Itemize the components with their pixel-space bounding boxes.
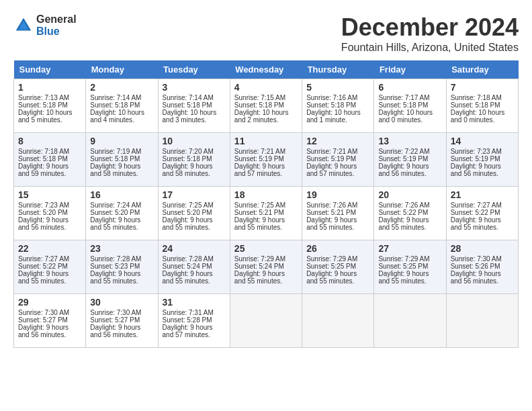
sunset-text: Sunset: 5:18 PM xyxy=(163,155,226,163)
day-number: 25 xyxy=(234,243,298,254)
sunset-text: Sunset: 5:18 PM xyxy=(234,101,298,109)
sunrise-text: Sunrise: 7:18 AM xyxy=(18,148,81,155)
sunset-text: Sunset: 5:28 PM xyxy=(163,316,226,324)
daylight-text: Daylight: 10 hours and 4 minutes. xyxy=(90,109,153,124)
calendar-cell: 30Sunrise: 7:30 AMSunset: 5:27 PMDayligh… xyxy=(86,294,158,348)
day-number: 2 xyxy=(90,82,153,93)
calendar-cell: 2Sunrise: 7:14 AMSunset: 5:18 PMDaylight… xyxy=(86,79,158,133)
sunset-text: Sunset: 5:21 PM xyxy=(234,209,298,216)
daylight-text: Daylight: 10 hours and 3 minutes. xyxy=(163,109,226,124)
calendar-cell xyxy=(374,294,446,348)
calendar-cell: 25Sunrise: 7:29 AMSunset: 5:24 PMDayligh… xyxy=(230,240,302,294)
calendar-cell: 20Sunrise: 7:26 AMSunset: 5:22 PMDayligh… xyxy=(374,187,446,240)
day-number: 27 xyxy=(378,243,441,254)
week-row-3: 15Sunrise: 7:23 AMSunset: 5:20 PMDayligh… xyxy=(14,187,519,240)
sunrise-text: Sunrise: 7:20 AM xyxy=(163,148,226,155)
calendar-cell: 27Sunrise: 7:29 AMSunset: 5:25 PMDayligh… xyxy=(374,240,446,294)
sunset-text: Sunset: 5:18 PM xyxy=(90,155,153,163)
day-number: 6 xyxy=(378,82,441,93)
calendar-body: 1Sunrise: 7:13 AMSunset: 5:18 PMDaylight… xyxy=(14,79,519,348)
sunset-text: Sunset: 5:18 PM xyxy=(18,101,81,109)
day-number: 16 xyxy=(90,189,153,200)
day-number: 23 xyxy=(90,243,153,254)
sunset-text: Sunset: 5:19 PM xyxy=(234,155,298,163)
sunrise-text: Sunrise: 7:17 AM xyxy=(378,94,441,101)
sunrise-text: Sunrise: 7:28 AM xyxy=(90,255,153,263)
daylight-text: Daylight: 9 hours and 57 minutes. xyxy=(306,163,369,177)
title-area: December 2024 Fountain Hills, Arizona, U… xyxy=(341,13,519,54)
day-number: 5 xyxy=(306,82,369,93)
calendar-cell: 22Sunrise: 7:27 AMSunset: 5:22 PMDayligh… xyxy=(14,240,86,294)
daylight-text: Daylight: 10 hours and 1 minute. xyxy=(306,109,369,124)
sunset-text: Sunset: 5:27 PM xyxy=(18,316,81,324)
calendar-cell: 12Sunrise: 7:21 AMSunset: 5:19 PMDayligh… xyxy=(302,133,374,187)
day-number: 20 xyxy=(378,189,441,200)
daylight-text: Daylight: 9 hours and 58 minutes. xyxy=(163,163,226,177)
sunset-text: Sunset: 5:18 PM xyxy=(451,101,514,109)
daylight-text: Daylight: 9 hours and 55 minutes. xyxy=(163,216,226,231)
sunset-text: Sunset: 5:22 PM xyxy=(378,209,441,216)
calendar-cell xyxy=(446,294,518,348)
daylight-text: Daylight: 9 hours and 57 minutes. xyxy=(234,163,298,177)
daylight-text: Daylight: 9 hours and 58 minutes. xyxy=(90,163,153,177)
daylight-text: Daylight: 9 hours and 56 minutes. xyxy=(18,324,81,338)
calendar-table: SundayMondayTuesdayWednesdayThursdayFrid… xyxy=(13,60,519,348)
calendar-cell: 18Sunrise: 7:25 AMSunset: 5:21 PMDayligh… xyxy=(230,187,302,240)
calendar-cell: 19Sunrise: 7:26 AMSunset: 5:21 PMDayligh… xyxy=(302,187,374,240)
day-number: 28 xyxy=(451,243,514,254)
day-number: 17 xyxy=(163,189,226,200)
sunset-text: Sunset: 5:19 PM xyxy=(306,155,369,163)
calendar-cell: 28Sunrise: 7:30 AMSunset: 5:26 PMDayligh… xyxy=(446,240,518,294)
sunrise-text: Sunrise: 7:23 AM xyxy=(18,201,81,209)
day-number: 18 xyxy=(234,189,298,200)
calendar-cell: 1Sunrise: 7:13 AMSunset: 5:18 PMDaylight… xyxy=(14,79,86,133)
header-cell-tuesday: Tuesday xyxy=(158,60,230,79)
sunrise-text: Sunrise: 7:27 AM xyxy=(18,255,81,263)
day-number: 29 xyxy=(18,297,81,308)
sunrise-text: Sunrise: 7:14 AM xyxy=(163,94,226,101)
header-cell-sunday: Sunday xyxy=(14,60,86,79)
sunrise-text: Sunrise: 7:13 AM xyxy=(18,94,81,101)
sunset-text: Sunset: 5:22 PM xyxy=(18,263,81,270)
sunrise-text: Sunrise: 7:31 AM xyxy=(163,309,226,316)
calendar-cell: 8Sunrise: 7:18 AMSunset: 5:18 PMDaylight… xyxy=(14,133,86,187)
sunrise-text: Sunrise: 7:28 AM xyxy=(163,255,226,263)
calendar-cell: 23Sunrise: 7:28 AMSunset: 5:23 PMDayligh… xyxy=(86,240,158,294)
day-number: 26 xyxy=(306,243,369,254)
sunset-text: Sunset: 5:20 PM xyxy=(90,209,153,216)
sunrise-text: Sunrise: 7:25 AM xyxy=(163,201,226,209)
daylight-text: Daylight: 9 hours and 56 minutes. xyxy=(90,324,153,338)
calendar-cell: 13Sunrise: 7:22 AMSunset: 5:19 PMDayligh… xyxy=(374,133,446,187)
sunrise-text: Sunrise: 7:21 AM xyxy=(234,148,298,155)
sunset-text: Sunset: 5:23 PM xyxy=(90,263,153,270)
calendar-cell: 14Sunrise: 7:23 AMSunset: 5:19 PMDayligh… xyxy=(446,133,518,187)
daylight-text: Daylight: 9 hours and 55 minutes. xyxy=(90,270,153,285)
day-number: 10 xyxy=(163,136,226,146)
daylight-text: Daylight: 9 hours and 57 minutes. xyxy=(163,324,226,338)
sunset-text: Sunset: 5:18 PM xyxy=(378,101,441,109)
logo-general-label: General xyxy=(36,13,77,26)
day-number: 12 xyxy=(306,136,369,146)
daylight-text: Daylight: 9 hours and 55 minutes. xyxy=(306,270,369,285)
logo-text: General Blue xyxy=(36,13,77,37)
sunrise-text: Sunrise: 7:15 AM xyxy=(234,94,298,101)
day-number: 1 xyxy=(18,82,81,93)
daylight-text: Daylight: 9 hours and 56 minutes. xyxy=(451,163,514,177)
day-number: 14 xyxy=(451,136,514,146)
calendar-cell: 21Sunrise: 7:27 AMSunset: 5:22 PMDayligh… xyxy=(446,187,518,240)
sunset-text: Sunset: 5:20 PM xyxy=(163,209,226,216)
calendar-cell: 6Sunrise: 7:17 AMSunset: 5:18 PMDaylight… xyxy=(374,79,446,133)
calendar-cell: 16Sunrise: 7:24 AMSunset: 5:20 PMDayligh… xyxy=(86,187,158,240)
sunrise-text: Sunrise: 7:16 AM xyxy=(306,94,369,101)
location-title: Fountain Hills, Arizona, United States xyxy=(341,42,519,54)
sunrise-text: Sunrise: 7:25 AM xyxy=(234,201,298,209)
sunrise-text: Sunrise: 7:30 AM xyxy=(90,309,153,316)
header-cell-friday: Friday xyxy=(374,60,446,79)
week-row-1: 1Sunrise: 7:13 AMSunset: 5:18 PMDaylight… xyxy=(14,79,519,133)
calendar-header: SundayMondayTuesdayWednesdayThursdayFrid… xyxy=(14,60,519,79)
calendar-cell: 9Sunrise: 7:19 AMSunset: 5:18 PMDaylight… xyxy=(86,133,158,187)
sunset-text: Sunset: 5:18 PM xyxy=(90,101,153,109)
week-row-5: 29Sunrise: 7:30 AMSunset: 5:27 PMDayligh… xyxy=(14,294,519,348)
calendar-cell: 11Sunrise: 7:21 AMSunset: 5:19 PMDayligh… xyxy=(230,133,302,187)
sunrise-text: Sunrise: 7:18 AM xyxy=(451,94,514,101)
